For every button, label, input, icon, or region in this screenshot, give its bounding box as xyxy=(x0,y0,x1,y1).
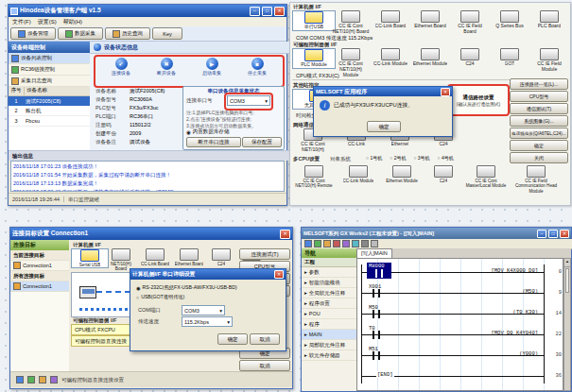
close-icon[interactable]: ✕ xyxy=(441,88,450,96)
cd-ethernet-board[interactable]: Ethernet Board xyxy=(173,248,205,266)
sidebar-item-rc36-link[interactable]: RC36链接控制 xyxy=(9,64,90,76)
scroll-thumb[interactable] xyxy=(565,268,569,293)
if-option-qbus[interactable]: Q Series Bus xyxy=(491,10,529,29)
if-option-ethernet-board[interactable]: Ethernet Board xyxy=(411,10,449,29)
close-button[interactable]: 关闭 xyxy=(510,152,568,163)
bottom-ccie-remote[interactable]: CC IE Cont NET/10(H) Remote xyxy=(292,165,336,189)
scroll-up-icon[interactable]: ▲ xyxy=(564,259,570,267)
menu-file[interactable]: 文件(F) xyxy=(12,18,31,26)
table-row[interactable]: 2 账台机 xyxy=(9,106,90,116)
toolbar-collect-button[interactable]: 数据采集 xyxy=(58,27,103,40)
bottom-ethernet-module[interactable]: Ethernet Module xyxy=(381,165,423,183)
rs232c-radio[interactable]: ◉RS-232C(包括FX-USB-AW/FX3U-USB-BD) xyxy=(136,284,237,291)
bottom-comm-head[interactable]: CC IE Field Communication Head Module xyxy=(510,165,563,194)
plc-option-got[interactable]: GOT xyxy=(491,48,529,67)
log-output[interactable]: 2016/11/18 17:01:23 设备连接成功！ 2016/11/18 1… xyxy=(10,161,285,192)
toolbar-icon[interactable] xyxy=(361,240,369,247)
sidebar-item-log-query[interactable]: 采集日志查询 xyxy=(9,76,90,87)
tab-main[interactable]: [写入]MAIN xyxy=(356,248,392,258)
toolbar-icon[interactable] xyxy=(342,240,350,247)
tree-item-intelligent[interactable]: ▸智能功能模块 xyxy=(302,278,356,288)
phone-line-button[interactable]: 电话线连接(Q/A6TEL,C24)... xyxy=(510,128,568,139)
com-select[interactable]: COM3▾ xyxy=(182,305,225,315)
table-row[interactable]: 3 Fbcsu xyxy=(9,116,90,127)
nav-connection1-all[interactable]: Connection1 xyxy=(10,281,69,292)
cd-serial-usb[interactable]: Serial USB xyxy=(71,248,109,268)
minimize-icon[interactable]: – xyxy=(537,230,546,238)
vertical-scrollbar[interactable]: ▲ xyxy=(563,258,571,391)
cpu3-radio[interactable]: ○ 3号机 xyxy=(413,155,429,161)
stop-collect-button[interactable]: ■ 停止采集 xyxy=(237,58,277,76)
close-icon[interactable]: ✕ xyxy=(560,230,569,238)
plc-option-c24[interactable]: C24 xyxy=(451,48,489,67)
tree-item-device-memory[interactable]: ▸软元件存储器 xyxy=(302,350,356,361)
tab-device-status[interactable]: 设备状态信息 xyxy=(90,42,294,54)
ladder-cursor[interactable]: M8000 xyxy=(367,263,391,279)
disconnect-device-button[interactable]: ✖ 断开设备 xyxy=(147,58,186,76)
toolbar-icon[interactable] xyxy=(304,240,312,247)
menu-help[interactable]: 帮助(H) xyxy=(63,18,82,26)
nav-connection1[interactable]: Connection1 xyxy=(10,261,69,271)
if-option-plc-board[interactable]: PLC Board xyxy=(530,10,568,29)
if-option-cciefield-board[interactable]: CC IE Field Board xyxy=(451,10,489,35)
speed-select[interactable]: 115.2Kbps▾ xyxy=(182,316,233,327)
toolbar-icon[interactable] xyxy=(371,240,378,247)
cd-cancel-button[interactable]: 取消 xyxy=(239,360,290,371)
comm-test-button[interactable]: 通信测试(T) xyxy=(510,103,568,114)
toolbar-icon[interactable] xyxy=(352,240,359,247)
store-radio[interactable]: ◉ 内置数据库存储 xyxy=(186,128,229,135)
cd-cclink-board[interactable]: CC-Link Board xyxy=(139,248,171,266)
cd-comm-test-button[interactable]: 连接测试(T) xyxy=(239,248,290,260)
system-image-button[interactable]: 系统图像(G)... xyxy=(510,115,568,127)
connection-list-button[interactable]: 连接路径一览(L)... xyxy=(510,78,568,90)
tree-item-parameter[interactable]: ▸参数 xyxy=(302,267,356,278)
ccie-remote-icon xyxy=(304,165,323,178)
dialog-ok-button[interactable]: 确定 xyxy=(367,121,401,132)
tree-item-main[interactable]: ▸MAIN xyxy=(302,330,356,340)
ok-button[interactable]: 确定 xyxy=(510,140,568,151)
start-collect-button[interactable]: ▶ 启动采集 xyxy=(192,58,232,76)
tree-item-pou[interactable]: ▸POU xyxy=(302,309,356,319)
serial-cancel-button[interactable]: 取消 xyxy=(250,333,280,345)
toolbar-icon[interactable] xyxy=(323,240,331,247)
cpu4-radio[interactable]: ○ 4号机 xyxy=(438,155,454,161)
tree-item-program[interactable]: ▸程序 xyxy=(302,319,356,330)
menu-settings[interactable]: 设置(S) xyxy=(38,18,57,26)
if-option-cclink-board[interactable]: CC-Link Board xyxy=(372,10,409,29)
tree-item-program-setting[interactable]: ▸程序设置 xyxy=(302,298,356,309)
maximize-icon[interactable]: □ xyxy=(548,230,558,238)
toolbar-history-button[interactable]: 历史查询 xyxy=(105,27,150,40)
usb-got-radio[interactable]: ○USB(GOT透明传送) xyxy=(136,294,184,300)
save-config-button[interactable]: 保存配置 xyxy=(242,137,282,147)
toolbar-key-button[interactable]: Key xyxy=(152,27,182,40)
plc-option-cclink-module[interactable]: CC-Link Module xyxy=(372,48,409,67)
close-icon[interactable]: ✕ xyxy=(274,270,284,279)
cpu-type-button[interactable]: CPU型号 xyxy=(510,91,568,102)
tree-item-local-comment[interactable]: ▸局部软元件注释 xyxy=(302,340,356,350)
table-row[interactable]: 1 测试F2005(C8) xyxy=(9,96,90,106)
bottom-cclink-module[interactable]: CC-Link Module xyxy=(338,165,379,183)
if-option-serial-usb[interactable]: 串行USB xyxy=(292,10,336,31)
bottom-ccie-master[interactable]: CC IE Cont Master/Local Module xyxy=(464,165,508,189)
plc-option-plc-module[interactable]: PLC Module xyxy=(292,48,336,69)
serial-ok-button[interactable]: 确定 xyxy=(217,333,248,345)
connection-icon xyxy=(13,282,21,290)
toolbar-icon[interactable] xyxy=(314,240,321,247)
cd-c24[interactable]: C24 xyxy=(207,248,235,266)
tree-item-global-comment[interactable]: ▸全局软元件注释 xyxy=(302,288,356,298)
minimize-icon[interactable]: – xyxy=(250,7,260,16)
cpu1-radio[interactable]: ○ 1号机 xyxy=(366,155,382,161)
disconnect-serial-button[interactable]: 断开串口连接 xyxy=(186,137,241,147)
cpu2-radio[interactable]: ○ 2号机 xyxy=(390,155,406,161)
toolbar-devices-button[interactable]: 设备管理 xyxy=(10,27,56,40)
maximize-icon[interactable]: □ xyxy=(262,7,272,16)
if-option-ccie-board[interactable]: CC IE Cont NET/10(H) Board xyxy=(332,10,370,35)
plc-option-cciefield-module[interactable]: CC IE Field Module xyxy=(530,48,568,73)
sidebar-item-device-list[interactable]: 设备列表控制 xyxy=(9,53,90,64)
close-icon[interactable]: ✕ xyxy=(280,230,290,239)
toolbar-icon[interactable] xyxy=(333,240,340,247)
plc-option-ethernet-module[interactable]: Ethernet Module xyxy=(411,48,449,67)
close-icon[interactable]: ✕ xyxy=(274,7,285,16)
connect-device-button[interactable]: ✔ 连接设备 xyxy=(101,58,141,76)
bottom-c24[interactable]: C24 xyxy=(425,165,462,183)
